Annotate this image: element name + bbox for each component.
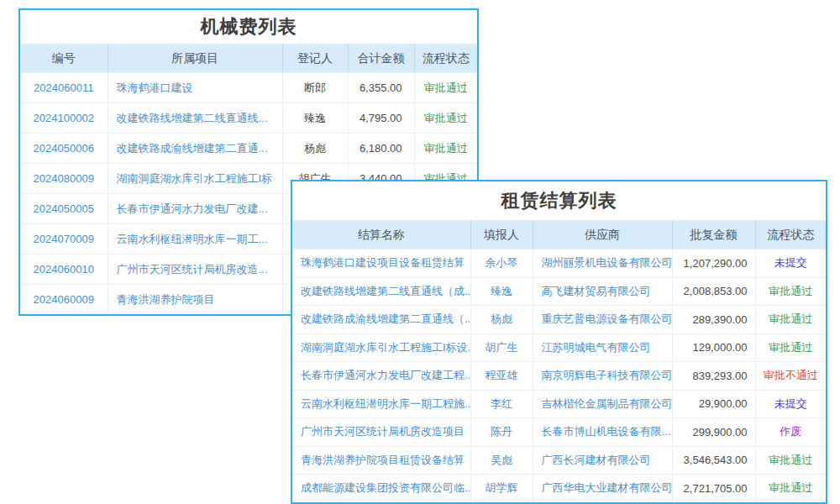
cell-approved-amount: 2,721,705.00 — [672, 475, 755, 502]
cell-filler[interactable]: 程亚雄 — [470, 362, 533, 391]
cell-supplier[interactable]: 南京明辉电子科技有限公司 — [533, 362, 672, 391]
column-header-status: 流程状态 — [414, 45, 477, 73]
cell-supplier[interactable]: 广西华电大业建材有限公司 — [533, 475, 672, 502]
column-header-supplier: 供应商 — [533, 221, 672, 249]
cell-record-id[interactable]: 2024050005 — [20, 194, 108, 224]
cell-record-id[interactable]: 2024070009 — [20, 224, 108, 255]
cell-approved-amount: 29,900.00 — [672, 390, 755, 418]
cell-supplier[interactable]: 广西长河建材有限公司 — [533, 446, 672, 475]
cell-record-id[interactable]: 2024050006 — [20, 134, 108, 164]
cell-supplier[interactable]: 江苏明城电气有限公司 — [533, 333, 672, 362]
column-header-total-amount: 合计金额 — [348, 45, 414, 73]
lease-header-row: 结算名称 填报人 供应商 批复金额 流程状态 — [292, 221, 826, 249]
cell-registrant: 断郎 — [282, 73, 348, 103]
table-row[interactable]: 成都能源建设集团投资有限公司临... 胡学辉 广西华电大业建材有限公司 2,72… — [292, 475, 826, 502]
column-header-filler: 填报人 — [470, 221, 533, 249]
cell-approved-amount: 2,008,853.00 — [672, 277, 755, 306]
status-badge: 未提交 — [755, 249, 826, 278]
status-badge: 审批通过 — [414, 134, 477, 164]
cell-filler[interactable]: 吴彪 — [470, 446, 533, 475]
status-badge: 审批通过 — [755, 306, 826, 334]
cell-approved-amount: 129,000.00 — [672, 333, 755, 362]
cell-approved-amount: 289,390.00 — [672, 306, 755, 334]
cell-supplier[interactable]: 长春市博山机电设备有限... — [533, 418, 672, 447]
table-row[interactable]: 珠海鹤港口建设项目设备租赁结算 余小琴 湖州丽景机电设备有限公司 1,207,2… — [292, 249, 826, 278]
cell-registrant: 臻逸 — [282, 103, 348, 134]
cell-record-id[interactable]: 2024060010 — [20, 255, 108, 285]
cell-project-name[interactable]: 改建铁路线增建第二线直通线... — [108, 103, 282, 134]
cell-supplier[interactable]: 吉林楷伦金属制品有限公司 — [533, 390, 672, 418]
table-row[interactable]: 云南水利枢纽潜明水库一期工程施... 李红 吉林楷伦金属制品有限公司 29,90… — [292, 390, 826, 418]
column-header-settlement-name: 结算名称 — [292, 221, 470, 249]
machinery-panel-title: 机械费列表 — [20, 10, 477, 44]
table-row[interactable]: 青海洪湖养护院项目租赁设备结算 吴彪 广西长河建材有限公司 3,546,543.… — [292, 446, 826, 475]
table-row[interactable]: 2024050006 改建铁路成渝线增建第二直通... 杨彪 6,180.00 … — [20, 134, 477, 164]
cell-registrant: 杨彪 — [282, 134, 348, 164]
cell-record-id[interactable]: 2024060009 — [20, 285, 108, 315]
status-badge: 审批不通过 — [755, 362, 826, 391]
table-row[interactable]: 改建铁路线增建第二线直通线（成... 臻逸 高飞建材贸易有限公司 2,008,8… — [292, 277, 826, 306]
cell-project-name[interactable]: 长春市伊通河水力发电厂改建... — [108, 194, 282, 224]
cell-settlement-name[interactable]: 珠海鹤港口建设项目设备租赁结算 — [292, 249, 470, 278]
status-badge: 审批通过 — [755, 446, 826, 475]
cell-settlement-name[interactable]: 广州市天河区统计局机房改造项目 — [292, 418, 470, 447]
cell-record-id[interactable]: 2024060011 — [20, 73, 108, 103]
cell-settlement-name[interactable]: 改建铁路成渝线增建第二直通线（... — [292, 306, 470, 334]
cell-supplier[interactable]: 高飞建材贸易有限公司 — [533, 277, 672, 306]
cell-total-amount: 4,795.00 — [348, 103, 414, 134]
status-badge: 审批通过 — [414, 73, 477, 103]
status-badge: 审批通过 — [755, 277, 826, 306]
machinery-header-row: 编号 所属项目 登记人 合计金额 流程状态 — [20, 45, 477, 73]
cell-filler[interactable]: 杨彪 — [470, 306, 533, 334]
column-header-registrant: 登记人 — [282, 45, 348, 73]
status-badge: 审批通过 — [755, 475, 826, 502]
cell-filler[interactable]: 李红 — [470, 390, 533, 418]
column-header-status: 流程状态 — [755, 221, 826, 249]
cell-total-amount: 6,180.00 — [348, 134, 414, 164]
table-row[interactable]: 湖南洞庭湖水库引水工程施工I标设... 胡广生 江苏明城电气有限公司 129,0… — [292, 333, 826, 362]
cell-project-name[interactable]: 湖南洞庭湖水库引水工程施工I标 — [108, 164, 282, 194]
cell-filler[interactable]: 胡广生 — [470, 333, 533, 362]
cell-project-name[interactable]: 广州市天河区统计局机房改造... — [108, 255, 282, 285]
cell-project-name[interactable]: 青海洪湖养护院项目 — [108, 285, 282, 315]
table-row[interactable]: 广州市天河区统计局机房改造项目 陈丹 长春市博山机电设备有限... 299,90… — [292, 418, 826, 447]
cell-approved-amount: 1,207,290.00 — [672, 249, 755, 278]
status-badge: 审批通过 — [755, 333, 826, 362]
status-badge: 审批通过 — [414, 103, 477, 134]
table-row[interactable]: 2024060011 珠海鹤港口建设 断郎 6,355.00 审批通过 — [20, 73, 477, 103]
column-header-id: 编号 — [20, 45, 108, 73]
column-header-approved-amount: 批复金额 — [672, 221, 755, 249]
cell-total-amount: 6,355.00 — [348, 73, 414, 103]
column-header-project: 所属项目 — [108, 45, 282, 73]
table-row[interactable]: 2024100002 改建铁路线增建第二线直通线... 臻逸 4,795.00 … — [20, 103, 477, 134]
cell-settlement-name[interactable]: 湖南洞庭湖水库引水工程施工I标设... — [292, 333, 470, 362]
cell-filler[interactable]: 臻逸 — [470, 277, 533, 306]
cell-record-id[interactable]: 2024080009 — [20, 164, 108, 194]
cell-approved-amount: 299,900.00 — [672, 418, 755, 447]
cell-filler[interactable]: 胡学辉 — [470, 475, 533, 502]
lease-settlement-panel: 租赁结算列表 结算名称 填报人 供应商 批复金额 流程状态 珠海鹤港口建设项目设… — [291, 180, 827, 504]
cell-filler[interactable]: 余小琴 — [470, 249, 533, 278]
cell-settlement-name[interactable]: 长春市伊通河水力发电厂改建工程... — [292, 362, 470, 391]
lease-settlement-table: 结算名称 填报人 供应商 批复金额 流程状态 珠海鹤港口建设项目设备租赁结算 余… — [292, 220, 826, 502]
cell-supplier[interactable]: 重庆艺普电源设备有限公司 — [533, 306, 672, 334]
cell-supplier[interactable]: 湖州丽景机电设备有限公司 — [533, 249, 672, 278]
cell-record-id[interactable]: 2024100002 — [20, 103, 108, 134]
cell-project-name[interactable]: 改建铁路成渝线增建第二直通... — [108, 134, 282, 164]
cell-settlement-name[interactable]: 青海洪湖养护院项目租赁设备结算 — [292, 446, 470, 475]
table-row[interactable]: 长春市伊通河水力发电厂改建工程... 程亚雄 南京明辉电子科技有限公司 839,… — [292, 362, 826, 391]
status-badge: 作废 — [755, 418, 826, 447]
cell-settlement-name[interactable]: 改建铁路线增建第二线直通线（成... — [292, 277, 470, 306]
cell-approved-amount: 3,546,543.00 — [672, 446, 755, 475]
cell-project-name[interactable]: 云南水利枢纽潜明水库一期工... — [108, 224, 282, 255]
cell-settlement-name[interactable]: 云南水利枢纽潜明水库一期工程施... — [292, 390, 470, 418]
status-badge: 未提交 — [755, 390, 826, 418]
lease-panel-title: 租赁结算列表 — [292, 181, 826, 220]
cell-approved-amount: 839,293.00 — [672, 362, 755, 391]
table-row[interactable]: 改建铁路成渝线增建第二直通线（... 杨彪 重庆艺普电源设备有限公司 289,3… — [292, 306, 826, 334]
cell-filler[interactable]: 陈丹 — [470, 418, 533, 447]
cell-project-name[interactable]: 珠海鹤港口建设 — [108, 73, 282, 103]
cell-settlement-name[interactable]: 成都能源建设集团投资有限公司临... — [292, 475, 470, 502]
